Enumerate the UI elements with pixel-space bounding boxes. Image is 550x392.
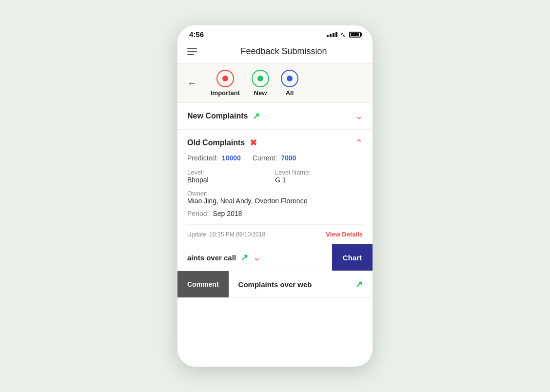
filter-all-dot bbox=[287, 76, 293, 81]
app-title: Feedback Submission bbox=[205, 46, 363, 57]
complaints-web-row: Comment Complaints over web ↗ bbox=[177, 271, 373, 298]
status-time: 4:56 bbox=[189, 30, 204, 39]
new-complaints-title: New Complaints ↗ bbox=[187, 111, 260, 121]
complaints-call-trend-icon: ↗ bbox=[241, 252, 248, 263]
filter-bar: ← Important New All bbox=[177, 64, 373, 103]
battery-icon bbox=[349, 32, 361, 38]
signal-icon bbox=[327, 32, 337, 37]
filter-important-circle bbox=[216, 70, 234, 87]
filter-all[interactable]: All bbox=[281, 70, 298, 97]
old-complaints-label: Old Complaints bbox=[187, 138, 245, 147]
old-complaints-title: Old Complaints ✖ bbox=[187, 137, 257, 148]
filter-important-label: Important bbox=[211, 89, 240, 97]
new-complaints-chevron-icon: ⌄ bbox=[355, 111, 363, 121]
period-row: Period: Sep 2018 bbox=[187, 210, 363, 217]
filter-important-dot bbox=[222, 76, 228, 81]
filter-all-circle bbox=[281, 70, 298, 87]
old-complaints-chevron-icon: ⌃ bbox=[355, 137, 363, 148]
old-complaints-section: Old Complaints ✖ ⌃ Predicted: 10000 Curr… bbox=[177, 130, 373, 244]
menu-button[interactable] bbox=[187, 48, 197, 55]
app-header: Feedback Submission bbox=[177, 41, 373, 64]
filter-new-dot bbox=[257, 76, 263, 81]
predicted-value: 10000 bbox=[222, 154, 241, 162]
current-label: Current: 7000 bbox=[253, 154, 296, 162]
new-complaints-row[interactable]: New Complaints ↗ ⌄ bbox=[177, 103, 373, 130]
new-complaints-trend-icon: ↗ bbox=[253, 111, 260, 121]
comment-button[interactable]: Comment bbox=[177, 271, 229, 297]
complaints-call-chevron-icon: ⌄ bbox=[253, 252, 260, 263]
update-text: Update: 10:35 PM 09/10/2018 bbox=[187, 231, 265, 238]
phone-frame: 4:56 ∿ Feedback Submission ← Impo bbox=[177, 25, 373, 367]
update-row: Update: 10:35 PM 09/10/2018 View Details bbox=[187, 224, 363, 244]
complaints-call-row: aints over call ↗ ⌄ Chart bbox=[177, 244, 373, 271]
filter-all-label: All bbox=[286, 89, 294, 97]
old-complaints-header[interactable]: Old Complaints ✖ ⌃ bbox=[187, 137, 363, 148]
status-bar: 4:56 ∿ bbox=[177, 25, 373, 41]
status-icons: ∿ bbox=[327, 31, 361, 39]
complaints-call-text[interactable]: aints over call ↗ ⌄ bbox=[177, 244, 332, 271]
old-complaints-trend-icon: ✖ bbox=[250, 137, 257, 148]
filter-new-label: New bbox=[254, 89, 267, 97]
new-complaints-label: New Complaints bbox=[187, 112, 248, 120]
complaints-web-section[interactable]: Complaints over web ↗ bbox=[229, 271, 373, 297]
complaints-web-trend-icon: ↗ bbox=[355, 279, 363, 290]
chart-button[interactable]: Chart bbox=[332, 244, 373, 271]
complaints-call-label: aints over call bbox=[187, 254, 236, 262]
level-name-cell: Level Name: G 1 bbox=[275, 169, 363, 184]
predicted-row: Predicted: 10000 Current: 7000 bbox=[187, 154, 363, 162]
filter-new[interactable]: New bbox=[252, 70, 269, 97]
predicted-label: Predicted: 10000 bbox=[187, 154, 241, 162]
wifi-icon: ∿ bbox=[340, 31, 346, 39]
filter-new-circle bbox=[252, 70, 269, 87]
level-label-cell: Level: Bhopal bbox=[187, 169, 275, 184]
current-value: 7000 bbox=[281, 154, 296, 162]
owner-row: Owner: Miao Jing, Neal Andy, Overton Flo… bbox=[187, 190, 363, 205]
back-button[interactable]: ← bbox=[187, 78, 197, 89]
complaints-web-label: Complaints over web bbox=[238, 280, 312, 289]
info-grid: Level: Bhopal Level Name: G 1 bbox=[187, 169, 363, 184]
filter-important[interactable]: Important bbox=[211, 70, 240, 97]
view-details-button[interactable]: View Details bbox=[326, 231, 363, 238]
